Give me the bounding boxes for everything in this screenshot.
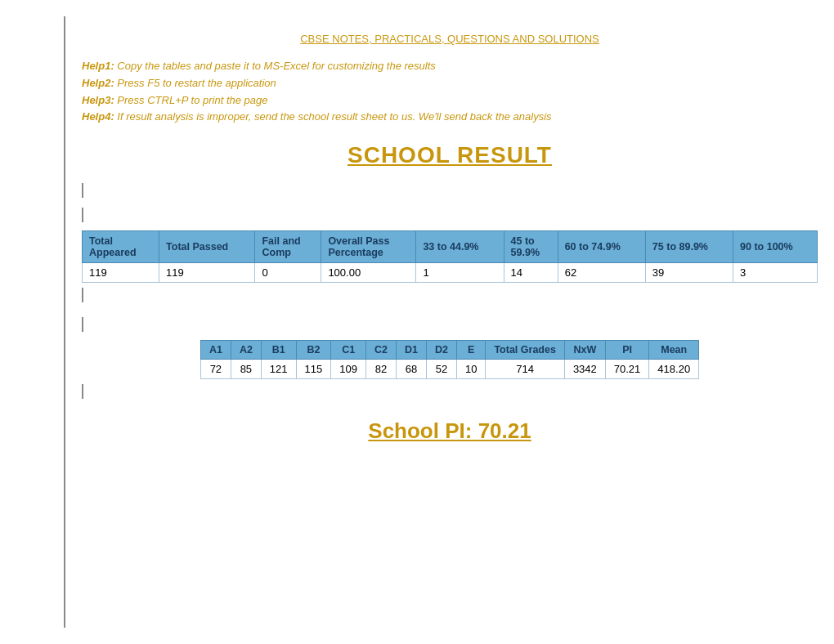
th-a1: A1 <box>200 341 231 360</box>
td-75-89: 39 <box>645 263 733 283</box>
main-table-header-row: TotalAppeared Total Passed Fail andComp … <box>83 231 818 263</box>
main-table-wrapper: TotalAppeared Total Passed Fail andComp … <box>82 230 818 283</box>
td-nxw: 3342 <box>564 360 605 379</box>
td-mean: 418.20 <box>649 360 699 379</box>
site-title: CBSE NOTES, PRACTICALS, QUESTIONS AND SO… <box>82 33 818 45</box>
th-33-44: 33 to 44.9% <box>416 231 504 263</box>
help1-line: Help1: Copy the tables and paste it to M… <box>82 58 818 75</box>
td-45-59: 14 <box>504 263 558 283</box>
th-90-100: 90 to 100% <box>733 231 818 263</box>
help4-text: If result analysis is improper, send the… <box>117 110 551 123</box>
grades-data-row: 72 85 121 115 109 82 68 52 10 714 3342 7… <box>200 360 698 379</box>
grades-table-wrapper: A1 A2 B1 B2 C1 C2 D1 D2 E Total Grades N… <box>82 340 818 379</box>
page: CBSE NOTES, PRACTICALS, QUESTIONS AND SO… <box>0 0 834 644</box>
td-90-100: 3 <box>733 263 818 283</box>
td-c1: 109 <box>331 360 366 379</box>
grades-table: A1 A2 B1 B2 C1 C2 D1 D2 E Total Grades N… <box>200 340 699 379</box>
th-c1: C1 <box>331 341 366 360</box>
td-c2: 82 <box>365 360 396 379</box>
help3-label: Help3: <box>82 94 114 106</box>
help2-text: Press F5 to restart the application <box>117 77 276 89</box>
vertical-bar-2 <box>82 208 818 222</box>
th-c2: C2 <box>365 341 396 360</box>
td-b1: 121 <box>261 360 296 379</box>
td-pi: 70.21 <box>605 360 649 379</box>
td-a2: 85 <box>231 360 261 379</box>
vertical-bar-1 <box>82 183 818 198</box>
td-33-44: 1 <box>416 263 504 283</box>
th-e: E <box>456 341 485 360</box>
td-60-74: 62 <box>558 263 645 283</box>
th-pi: PI <box>605 341 649 360</box>
help1-text: Copy the tables and paste it to MS-Excel… <box>117 60 435 72</box>
td-total-grades: 714 <box>486 360 564 379</box>
th-fail-comp: Fail andComp <box>255 231 321 263</box>
td-d1: 68 <box>396 360 426 379</box>
th-nxw: NxW <box>564 341 605 360</box>
grades-header-row: A1 A2 B1 B2 C1 C2 D1 D2 E Total Grades N… <box>200 341 698 360</box>
main-table-data-row: 119 119 0 100.00 1 14 62 39 3 <box>83 263 818 283</box>
td-total-passed: 119 <box>159 263 255 283</box>
td-total-appeared: 119 <box>83 263 159 283</box>
th-d2: D2 <box>426 341 456 360</box>
help3-line: Help3: Press CTRL+P to print the page <box>82 92 818 110</box>
th-total-appeared: TotalAppeared <box>83 231 159 263</box>
th-d1: D1 <box>396 341 426 360</box>
th-b2: B2 <box>296 341 331 360</box>
vertical-bar-4 <box>82 317 818 332</box>
vertical-bar-5 <box>82 384 818 399</box>
th-overall-pass: Overall PassPercentage <box>321 231 416 263</box>
help3-text: Press CTRL+P to print the page <box>117 94 267 106</box>
td-b2: 115 <box>296 360 331 379</box>
content-area: CBSE NOTES, PRACTICALS, QUESTIONS AND SO… <box>65 16 834 628</box>
school-result-title: SCHOOL RESULT <box>82 142 818 168</box>
td-a1: 72 <box>200 360 231 379</box>
td-overall-pass: 100.00 <box>321 263 416 283</box>
th-45-59: 45 to59.9% <box>504 231 558 263</box>
td-e: 10 <box>456 360 485 379</box>
th-60-74: 60 to 74.9% <box>558 231 645 263</box>
td-d2: 52 <box>426 360 456 379</box>
help4-line: Help4: If result analysis is improper, s… <box>82 109 818 126</box>
vertical-bar-3 <box>82 288 818 302</box>
help2-label: Help2: <box>82 77 114 89</box>
left-border <box>0 16 65 628</box>
td-fail-comp: 0 <box>255 263 321 283</box>
th-total-grades: Total Grades <box>486 341 564 360</box>
main-table: TotalAppeared Total Passed Fail andComp … <box>82 230 818 283</box>
help1-label: Help1: <box>82 60 114 72</box>
th-mean: Mean <box>649 341 699 360</box>
th-75-89: 75 to 89.9% <box>645 231 733 263</box>
th-a2: A2 <box>231 341 261 360</box>
school-pi-label: School PI: 70.21 <box>82 418 818 444</box>
th-b1: B1 <box>261 341 296 360</box>
help4-label: Help4: <box>82 110 114 123</box>
help2-line: Help2: Press F5 to restart the applicati… <box>82 75 818 92</box>
help-section: Help1: Copy the tables and paste it to M… <box>82 58 818 126</box>
th-total-passed: Total Passed <box>159 231 255 263</box>
